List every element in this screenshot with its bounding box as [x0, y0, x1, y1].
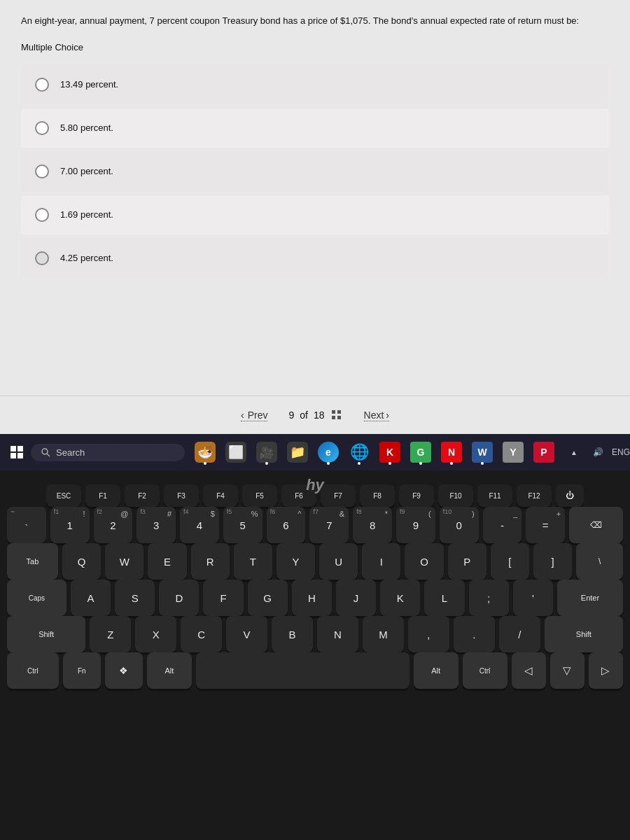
key-ctrl-left[interactable]: Ctrl	[7, 652, 59, 689]
next-button[interactable]: Next ›	[364, 410, 389, 421]
radio-c[interactable]	[35, 164, 49, 178]
key-period[interactable]: .	[454, 616, 495, 652]
key-tab[interactable]: Tab	[7, 543, 58, 580]
key-esc[interactable]: ESC	[46, 484, 81, 507]
key-f8[interactable]: F8	[360, 484, 395, 507]
key-8[interactable]: f8 * 8	[353, 507, 392, 543]
key-alt-left[interactable]: Alt	[147, 652, 192, 689]
answer-option-a[interactable]: 13.49 percent.	[21, 65, 609, 104]
key-comma[interactable]: ,	[408, 616, 449, 652]
key-q[interactable]: Q	[62, 543, 101, 580]
taskbar-app-edge[interactable]: e	[314, 438, 343, 467]
key-o[interactable]: O	[405, 543, 443, 580]
tray-network[interactable]: 🔊	[588, 442, 608, 462]
key-backtick[interactable]: ~ `	[7, 507, 46, 543]
key-u[interactable]: U	[319, 543, 358, 580]
key-f4[interactable]: F4	[203, 484, 238, 507]
key-p[interactable]: P	[448, 543, 486, 580]
windows-start-button[interactable]	[6, 441, 28, 463]
answer-option-d[interactable]: 1.69 percent.	[21, 195, 609, 234]
key-f7[interactable]: F7	[321, 484, 356, 507]
key-semicolon[interactable]: ;	[469, 580, 509, 616]
key-r[interactable]: R	[191, 543, 230, 580]
key-shift-right[interactable]: Shift	[545, 616, 623, 652]
search-bar[interactable]: Search	[31, 444, 185, 461]
key-h[interactable]: H	[292, 580, 332, 616]
key-2[interactable]: f2 @ 2	[94, 507, 133, 543]
key-alt-right[interactable]: Alt	[414, 652, 458, 689]
key-f12[interactable]: F12	[517, 484, 552, 507]
key-d[interactable]: D	[159, 580, 199, 616]
taskbar-app-bowl[interactable]: 🍜	[190, 438, 220, 467]
key-7[interactable]: f7 & 7	[309, 507, 349, 543]
taskbar-app-netflix[interactable]: N	[437, 438, 466, 467]
taskbar-app-word[interactable]: W	[468, 438, 497, 467]
taskbar-app-y[interactable]: Y	[498, 438, 528, 467]
key-v[interactable]: V	[226, 616, 267, 652]
key-t[interactable]: T	[234, 543, 272, 580]
key-arrow-down[interactable]: ▽	[550, 652, 584, 689]
taskbar-app-camera[interactable]: 🎥	[252, 438, 281, 467]
taskbar-app-chrome[interactable]: 🌐	[344, 438, 374, 467]
key-caps[interactable]: Caps	[7, 580, 66, 616]
key-a[interactable]: A	[71, 580, 111, 616]
key-w[interactable]: W	[105, 543, 144, 580]
key-s[interactable]: S	[115, 580, 155, 616]
key-3[interactable]: f3 # 3	[136, 507, 176, 543]
answer-option-c[interactable]: 7.00 percent.	[21, 152, 609, 191]
key-slash[interactable]: /	[499, 616, 540, 652]
key-z[interactable]: Z	[90, 616, 131, 652]
key-f9[interactable]: F9	[399, 484, 434, 507]
radio-d[interactable]	[35, 208, 49, 222]
taskbar-app-k[interactable]: K	[375, 438, 405, 467]
grid-icon[interactable]	[332, 410, 342, 420]
key-l[interactable]: L	[424, 580, 464, 616]
key-enter[interactable]: Enter	[557, 580, 623, 616]
key-arrow-right[interactable]: ▷	[589, 652, 623, 689]
answer-option-b[interactable]: 5.80 percent.	[21, 108, 609, 148]
taskbar-app-g[interactable]: G	[406, 438, 435, 467]
key-j[interactable]: J	[336, 580, 376, 616]
key-5[interactable]: f5 % 5	[223, 507, 262, 543]
key-c[interactable]: C	[181, 616, 222, 652]
key-bracket-close[interactable]: ]	[533, 543, 572, 580]
key-9[interactable]: f9 ( 9	[396, 507, 435, 543]
key-f[interactable]: F	[203, 580, 243, 616]
key-y[interactable]: Y	[276, 543, 315, 580]
answer-option-e[interactable]: 4.25 percent.	[21, 239, 609, 278]
key-power[interactable]: ⏻	[556, 484, 584, 507]
key-minus[interactable]: _ -	[483, 507, 522, 543]
taskbar-app-explorer[interactable]: ⬜	[221, 438, 251, 467]
key-shift-left[interactable]: Shift	[7, 616, 85, 652]
key-x[interactable]: X	[135, 616, 176, 652]
key-f11[interactable]: F11	[477, 484, 512, 507]
key-arrow-left[interactable]: ◁	[512, 652, 546, 689]
key-4[interactable]: f4 $ 4	[180, 507, 219, 543]
key-e[interactable]: E	[148, 543, 186, 580]
key-fn[interactable]: Fn	[63, 652, 101, 689]
key-b[interactable]: B	[272, 616, 313, 652]
key-f1[interactable]: F1	[85, 484, 120, 507]
key-f5[interactable]: F5	[242, 484, 277, 507]
key-f3[interactable]: F3	[164, 484, 199, 507]
prev-button[interactable]: ‹ Prev	[241, 410, 267, 421]
key-m[interactable]: M	[363, 616, 404, 652]
key-f2[interactable]: F2	[125, 484, 160, 507]
radio-b[interactable]	[35, 121, 49, 135]
key-k[interactable]: K	[380, 580, 420, 616]
key-equals[interactable]: + =	[526, 507, 565, 543]
key-f10[interactable]: F10	[438, 484, 473, 507]
key-quote[interactable]: '	[513, 580, 553, 616]
key-1[interactable]: f1 ! 1	[50, 507, 90, 543]
key-bracket-open[interactable]: [	[491, 543, 529, 580]
key-n[interactable]: N	[317, 616, 358, 652]
radio-e[interactable]	[35, 251, 49, 265]
taskbar-app-p[interactable]: P	[529, 438, 559, 467]
key-0[interactable]: f10 ) 0	[440, 507, 479, 543]
key-backspace[interactable]: ⌫	[569, 507, 623, 543]
key-6[interactable]: f6 ^ 6	[267, 507, 306, 543]
key-windows[interactable]: ❖	[105, 652, 143, 689]
taskbar-app-folder[interactable]: 📁	[283, 438, 312, 467]
key-g[interactable]: G	[248, 580, 288, 616]
key-backslash[interactable]: \	[576, 543, 623, 580]
